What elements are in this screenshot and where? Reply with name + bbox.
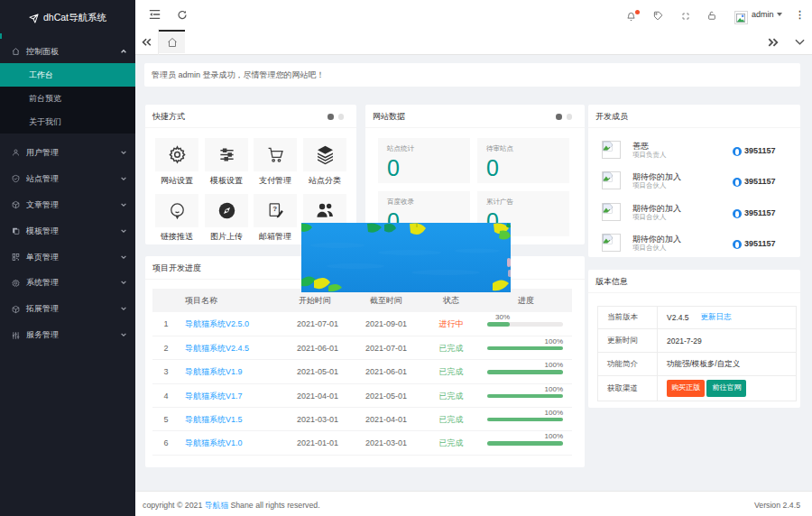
svg-text:?: ? xyxy=(272,205,277,213)
